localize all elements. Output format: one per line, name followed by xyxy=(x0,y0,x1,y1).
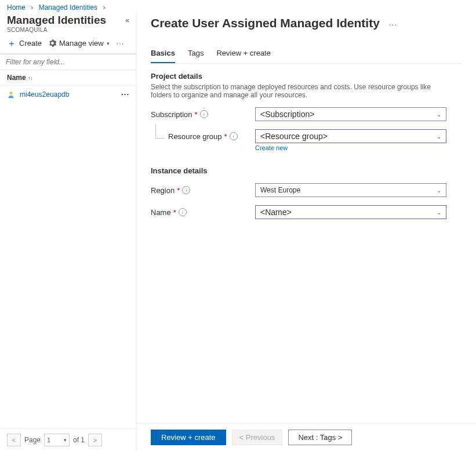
create-label: Create xyxy=(19,39,42,48)
list-item[interactable]: mi4eus2euapdb ··· xyxy=(0,86,136,103)
name-input[interactable]: <Name> ⌄ xyxy=(255,205,446,219)
identity-list: mi4eus2euapdb ··· xyxy=(0,86,136,428)
region-value: West Europe xyxy=(260,186,300,194)
sidebar-title: Managed Identities xyxy=(7,14,106,27)
next-button[interactable]: Next : Tags > xyxy=(288,430,352,445)
page-title: Create User Assigned Managed Identity xyxy=(151,16,380,30)
header-name-text: Name xyxy=(7,74,26,82)
tab-tags[interactable]: Tags xyxy=(188,45,204,63)
subscription-label: Subscription * i xyxy=(151,110,255,119)
breadcrumb-separator: › xyxy=(31,3,33,12)
manage-view-label: Manage view xyxy=(59,39,104,48)
breadcrumb-home[interactable]: Home xyxy=(7,3,26,12)
sidebar-toolbar: ＋ Create Manage view ▾ ··· xyxy=(7,33,129,53)
previous-button: < Previous xyxy=(232,430,283,445)
pager: < Page 1 ▾ of 1 > xyxy=(0,428,136,451)
chevron-down-icon: ⌄ xyxy=(437,133,441,140)
chevron-down-icon: ⌄ xyxy=(437,187,441,194)
region-select[interactable]: West Europe ⌄ xyxy=(255,183,446,197)
pager-page-label: Page xyxy=(24,436,41,444)
list-header-name[interactable]: Name ↑↓ xyxy=(0,70,136,86)
project-details-title: Project details xyxy=(151,72,462,81)
required-marker: * xyxy=(224,132,227,141)
pager-of-label: of 1 xyxy=(73,436,85,444)
region-label: Region * i xyxy=(151,186,255,195)
chevron-down-icon: ▾ xyxy=(107,41,110,46)
title-more-icon[interactable]: ··· xyxy=(388,20,397,29)
subscription-value: <Subscription> xyxy=(260,110,314,119)
tree-line xyxy=(155,124,165,139)
resource-group-select[interactable]: <Resource group> ⌄ xyxy=(255,129,446,143)
required-marker: * xyxy=(177,186,180,195)
gear-icon xyxy=(49,39,56,47)
tab-review-create[interactable]: Review + create xyxy=(216,45,271,63)
chevron-down-icon: ⌄ xyxy=(437,209,441,216)
review-create-button[interactable]: Review + create xyxy=(151,430,226,445)
name-label: Name * i xyxy=(151,208,255,217)
info-icon[interactable]: i xyxy=(182,186,190,194)
breadcrumb-managed-identities[interactable]: Managed Identities xyxy=(39,3,97,12)
sidebar: Managed Identities « SCOMAQUILA ＋ Create… xyxy=(0,13,137,451)
required-marker: * xyxy=(173,208,176,217)
manage-view-button[interactable]: Manage view ▾ xyxy=(49,39,110,48)
create-new-resource-group-link[interactable]: Create new xyxy=(255,144,462,151)
wizard-footer: Review + create < Previous Next : Tags > xyxy=(137,423,476,451)
pager-current-page: 1 xyxy=(47,437,50,443)
breadcrumb-separator: › xyxy=(103,3,105,12)
collapse-sidebar-icon[interactable]: « xyxy=(125,16,129,24)
chevron-down-icon: ⌄ xyxy=(437,111,441,118)
resource-group-label: Resource group * i xyxy=(151,132,255,141)
resource-group-value: <Resource group> xyxy=(260,132,328,141)
subscription-select[interactable]: <Subscription> ⌄ xyxy=(255,107,446,121)
toolbar-more-icon[interactable]: ··· xyxy=(117,39,125,48)
tenant-name: SCOMAQUILA xyxy=(7,27,129,33)
list-item-more-icon[interactable]: ··· xyxy=(121,90,129,99)
main-panel: Create User Assigned Managed Identity ··… xyxy=(137,13,476,451)
sort-icon: ↑↓ xyxy=(28,75,33,81)
tab-basics[interactable]: Basics xyxy=(151,45,175,63)
svg-point-0 xyxy=(9,91,12,94)
create-button[interactable]: ＋ Create xyxy=(7,39,42,48)
name-value: <Name> xyxy=(260,208,292,217)
managed-identity-icon xyxy=(7,90,15,99)
chevron-down-icon: ▾ xyxy=(64,437,67,443)
info-icon[interactable]: i xyxy=(230,132,238,140)
pager-next-button[interactable]: > xyxy=(88,434,102,446)
info-icon[interactable]: i xyxy=(179,208,187,216)
pager-page-select[interactable]: 1 ▾ xyxy=(44,434,70,446)
required-marker: * xyxy=(195,110,198,119)
list-item-name: mi4eus2euapdb xyxy=(20,90,69,99)
pager-prev-button[interactable]: < xyxy=(7,434,21,446)
tabs: Basics Tags Review + create xyxy=(151,45,462,64)
breadcrumb: Home › Managed Identities › xyxy=(0,0,476,13)
filter-input[interactable] xyxy=(0,54,136,70)
plus-icon: ＋ xyxy=(7,39,16,48)
project-details-help: Select the subscription to manage deploy… xyxy=(151,83,452,99)
info-icon[interactable]: i xyxy=(200,110,208,118)
instance-details-title: Instance details xyxy=(151,166,462,175)
